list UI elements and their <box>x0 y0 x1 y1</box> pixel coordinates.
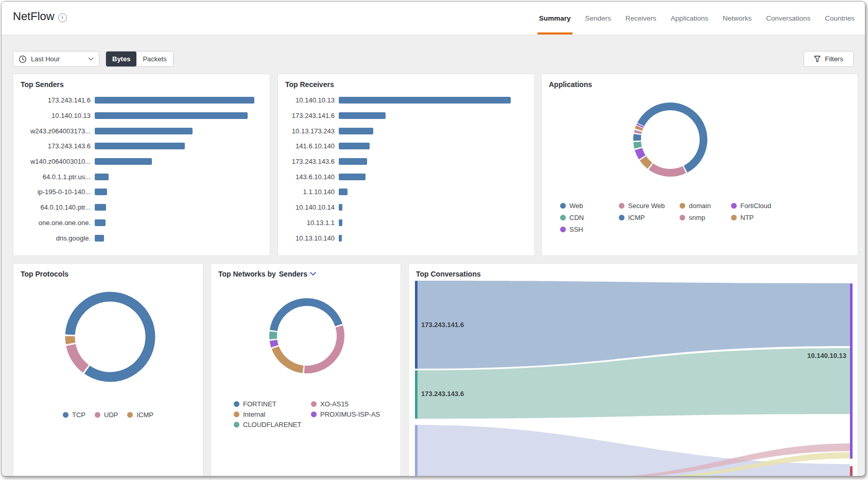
tab-networks[interactable]: Networks <box>723 2 752 35</box>
bar-row[interactable]: 64.0.1.1.ptr.us... <box>19 169 270 184</box>
legend-item-ntp[interactable]: NTP <box>731 214 793 221</box>
bar[interactable] <box>95 174 109 180</box>
unit-toggle: Bytes Packets <box>106 51 173 67</box>
applications-donut-chart[interactable] <box>629 98 711 181</box>
legend-item-xo-as15[interactable]: XO-AS15 <box>311 399 380 409</box>
panel-title-text: Top Receivers <box>285 80 334 89</box>
bar[interactable] <box>339 97 511 104</box>
bar-row[interactable]: 173.243.141.6 <box>19 93 270 108</box>
bar-row[interactable]: w140.z064003010... <box>19 154 270 169</box>
bar-row[interactable]: 10.13.10.140 <box>283 230 534 246</box>
donut-segment-udp[interactable] <box>71 345 86 369</box>
legend-item-fortinet[interactable]: FORTINET <box>234 399 311 409</box>
bar[interactable] <box>95 188 107 195</box>
donut-segment-ntp[interactable] <box>638 127 639 129</box>
bar-row[interactable]: 10.140.10.13 <box>283 93 534 108</box>
bar[interactable] <box>339 112 386 119</box>
sankey-node-173-243-143-6[interactable] <box>415 370 418 419</box>
sankey-node-10-140-10-13[interactable] <box>850 283 853 459</box>
bar-row[interactable]: 10.13.1.1 <box>283 215 534 231</box>
legend-label: ICMP <box>136 411 153 419</box>
bar-row[interactable]: 10.13.173.243 <box>283 123 534 139</box>
legend-label: Secure Web <box>628 202 665 210</box>
bar-label: 10.13.10.140 <box>283 234 339 242</box>
donut-segment-internal[interactable] <box>275 348 303 369</box>
donut-segment-cdn[interactable] <box>637 142 638 148</box>
bar-row[interactable]: 173.243.141.6 <box>283 108 534 124</box>
tab-countries[interactable]: Countries <box>825 2 855 35</box>
bar-row[interactable]: dns.google. <box>19 230 270 246</box>
donut-segment-icmp[interactable] <box>637 134 638 141</box>
bar[interactable] <box>339 128 373 134</box>
bar-row[interactable]: 143.6.10.140 <box>283 169 534 184</box>
legend-item-proximus-isp-as[interactable]: PROXIMUS-ISP-AS <box>311 409 380 419</box>
bar[interactable] <box>95 204 106 211</box>
donut-segment-ssh[interactable] <box>640 125 640 127</box>
tab-senders[interactable]: Senders <box>585 2 611 35</box>
bar[interactable] <box>339 219 342 226</box>
unit-option-packets[interactable]: Packets <box>136 52 172 66</box>
bar-row[interactable]: ip-195-0-10-140... <box>19 184 270 200</box>
bar[interactable] <box>95 219 106 226</box>
donut-segment-fortinet[interactable] <box>273 302 339 330</box>
legend-item-snmp[interactable]: snmp <box>680 214 731 221</box>
bar-row[interactable]: 10.140.10.13 <box>19 108 270 124</box>
bar[interactable] <box>95 112 248 119</box>
legend-item-domain[interactable]: domain <box>680 202 731 210</box>
legend-item-cdn[interactable]: CDN <box>560 214 619 221</box>
time-range-select[interactable]: Last Hour <box>13 51 99 67</box>
tab-applications[interactable]: Applications <box>671 2 708 35</box>
donut-segment-forticloud[interactable] <box>638 149 642 157</box>
bar[interactable] <box>95 97 254 104</box>
bar[interactable] <box>339 188 348 195</box>
legend-item-secure-web[interactable]: Secure Web <box>619 202 680 210</box>
bar[interactable] <box>339 158 367 165</box>
bar[interactable] <box>339 235 342 242</box>
legend-item-cloudflarenet[interactable]: CLOUDFLARENET <box>234 419 311 430</box>
donut-segment-web[interactable] <box>641 107 704 169</box>
bar-row[interactable]: one.one.one.one. <box>19 215 270 231</box>
bar[interactable] <box>95 128 193 134</box>
donut-segment-snmp[interactable] <box>638 131 638 133</box>
bar[interactable] <box>339 204 342 211</box>
donut-segment-secure-web[interactable] <box>651 166 684 173</box>
protocols-donut-chart[interactable] <box>63 289 158 384</box>
tab-conversations[interactable]: Conversations <box>766 2 810 35</box>
legend-item-forticloud[interactable]: FortiCloud <box>731 202 793 210</box>
donut-segment-proximus-isp-as[interactable] <box>273 340 275 347</box>
legend-item-udp[interactable]: UDP <box>95 411 118 419</box>
bar[interactable] <box>339 143 370 149</box>
bar-row[interactable]: 64.0.10.140.ptr... <box>19 200 270 215</box>
legend-item-tcp[interactable]: TCP <box>63 411 85 419</box>
donut-segment-icmp[interactable] <box>70 336 71 344</box>
networks-donut-chart[interactable] <box>268 297 345 374</box>
legend-item-internal[interactable]: Internal <box>234 409 311 419</box>
filters-button[interactable]: Filters <box>804 51 854 67</box>
bar-row[interactable]: 173.243.143.6 <box>19 139 270 154</box>
bar[interactable] <box>95 235 104 242</box>
bar-row[interactable]: w243.z064003173... <box>19 123 270 139</box>
legend-item-icmp[interactable]: ICMP <box>127 411 153 419</box>
bar[interactable] <box>339 174 366 180</box>
bar-row[interactable]: 141.6.10.140 <box>283 139 534 154</box>
donut-segment-xo-as15[interactable] <box>304 327 340 370</box>
bar-row[interactable]: 1.1.10.140 <box>283 184 534 200</box>
legend-item-web[interactable]: Web <box>560 202 619 210</box>
bar[interactable] <box>95 158 152 165</box>
sankey-node-lavender[interactable] <box>415 425 418 476</box>
sankey-node-red[interactable] <box>850 466 853 476</box>
bar-row[interactable]: 173.243.143.6 <box>283 154 534 169</box>
bar-label: 10.140.10.13 <box>283 96 339 104</box>
bar-track <box>339 188 511 195</box>
info-icon[interactable]: i <box>58 13 67 22</box>
tab-summary[interactable]: Summary <box>539 2 571 35</box>
tab-receivers[interactable]: Receivers <box>626 2 656 35</box>
donut-segment-domain[interactable] <box>643 159 650 166</box>
legend-item-ssh[interactable]: SSH <box>560 226 619 233</box>
unit-option-bytes[interactable]: Bytes <box>106 52 136 66</box>
networks-dimension-selector[interactable]: Senders <box>279 270 316 278</box>
bar[interactable] <box>95 143 185 149</box>
sankey-node-173-243-141-6[interactable] <box>415 281 418 369</box>
legend-item-icmp[interactable]: ICMP <box>619 214 680 221</box>
bar-row[interactable]: 10.140.10.14 <box>283 200 534 215</box>
